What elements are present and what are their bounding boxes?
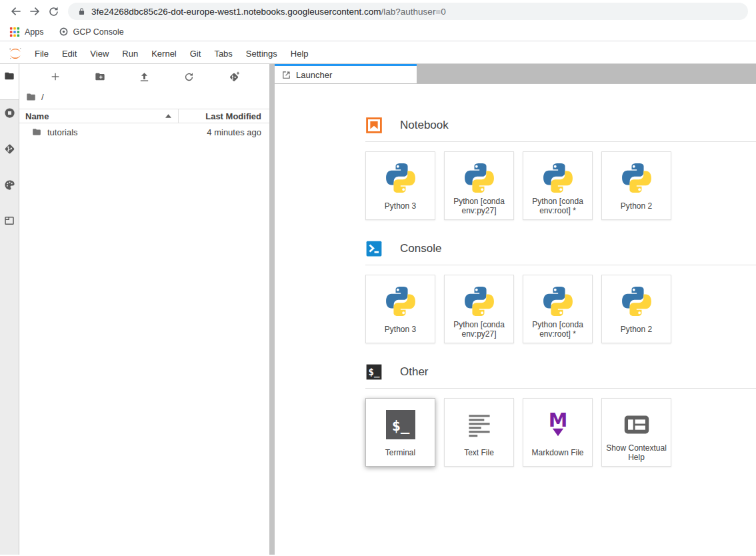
- menu-settings[interactable]: Settings: [239, 43, 284, 64]
- card-label: Show Contextual Help: [602, 443, 671, 466]
- lock-icon: [77, 7, 86, 16]
- palette-icon: [3, 179, 16, 191]
- launcher-card-python-conda-env-py27[interactable]: Python [conda env:py27]: [444, 151, 514, 220]
- toolbar-git-clone-button[interactable]: [225, 68, 243, 85]
- python-icon: [462, 283, 497, 319]
- launcher-card-markdown-file[interactable]: MMarkdown File: [523, 398, 593, 467]
- launcher-card-show-contextual-help[interactable]: Show Contextual Help: [601, 398, 671, 467]
- folder-icon: [31, 127, 42, 137]
- python-icon: [383, 160, 418, 196]
- section-divider: [365, 265, 756, 265]
- address-bar[interactable]: 3fe24268dbc85c26-dot-europe-west1.notebo…: [68, 3, 748, 20]
- breadcrumb-root[interactable]: /: [41, 92, 44, 102]
- svg-text:M: M: [548, 409, 567, 431]
- python-icon: [383, 283, 418, 319]
- toolbar-new-folder-button[interactable]: [91, 68, 109, 85]
- launcher-card-python-2[interactable]: Python 2: [601, 275, 671, 343]
- launcher-section-console: Console: [365, 239, 756, 257]
- git-clone-icon: [227, 71, 240, 83]
- section-title: Other: [400, 365, 429, 379]
- card-label: Python 3: [383, 319, 418, 343]
- menu-tabs[interactable]: Tabs: [207, 43, 239, 64]
- column-header-last-modified[interactable]: Last Modified: [179, 111, 269, 121]
- menu-view[interactable]: View: [83, 43, 115, 64]
- sidebar-tab-running-sessions[interactable]: [0, 100, 19, 136]
- launcher-card-python-2[interactable]: Python 2: [601, 151, 671, 220]
- file-row-name: tutorials: [19, 127, 179, 137]
- python-icon: [462, 160, 497, 196]
- card-label: Terminal: [383, 443, 417, 466]
- file-list-header: Name Last Modified: [19, 109, 269, 123]
- python-icon: [541, 283, 575, 319]
- upload-icon: [139, 71, 150, 83]
- back-arrow-icon: [9, 5, 23, 18]
- back-button[interactable]: [7, 2, 25, 21]
- tab-launcher[interactable]: Launcher: [275, 64, 417, 83]
- breadcrumb[interactable]: /: [19, 89, 269, 104]
- tabs-icon: [3, 215, 15, 227]
- bookmarks-bar: AppsGCP Console: [0, 23, 756, 41]
- jupyterlab-menubar: FileEditViewRunKernelGitTabsSettingsHelp: [0, 43, 756, 64]
- bookmark-label: GCP Console: [73, 27, 124, 37]
- card-label: Python [conda env:root] *: [523, 319, 592, 343]
- menu-edit[interactable]: Edit: [55, 43, 83, 64]
- browser-toolbar: 3fe24268dbc85c26-dot-europe-west1.notebo…: [0, 0, 756, 23]
- launcher-section-other: $_Other: [365, 363, 756, 381]
- sidebar-tab-git[interactable]: [0, 136, 19, 172]
- forward-button[interactable]: [25, 2, 44, 21]
- file-row[interactable]: tutorials4 minutes ago: [19, 123, 269, 141]
- folder-icon: [3, 71, 15, 81]
- launcher-card-python-conda-env-py27[interactable]: Python [conda env:py27]: [444, 275, 514, 343]
- file-browser-panel: / Name Last Modified tutorials4 minutes …: [19, 64, 269, 555]
- card-label: Python [conda env:root] *: [523, 196, 592, 219]
- file-browser-toolbar: [19, 64, 269, 89]
- notebook-icon: [365, 117, 383, 134]
- apps-grid-icon: [9, 27, 20, 37]
- sidebar-tab-open-tabs[interactable]: [0, 208, 19, 244]
- terminal-card-icon: $_: [385, 407, 417, 443]
- file-row-modified: 4 minutes ago: [179, 127, 269, 137]
- gcp-console-icon: [59, 27, 69, 37]
- text-file-icon: [465, 407, 494, 443]
- menu-kernel[interactable]: Kernel: [145, 43, 183, 64]
- launcher-card-python-3[interactable]: Python 3: [365, 275, 435, 343]
- menu-file[interactable]: File: [28, 43, 55, 64]
- launcher-card-text-file[interactable]: Text File: [444, 398, 514, 467]
- card-label: Python [conda env:py27]: [445, 319, 513, 343]
- tab-launcher-label: Launcher: [296, 70, 332, 80]
- sidebar-tab-file-browser[interactable]: [0, 64, 19, 100]
- section-title: Notebook: [400, 119, 449, 132]
- launcher-card-python-conda-env-root[interactable]: Python [conda env:root] *: [523, 151, 593, 220]
- terminal-dark-icon: $_: [365, 363, 383, 381]
- toolbar-upload-button[interactable]: [135, 68, 154, 85]
- launcher-card-python-3[interactable]: Python 3: [365, 151, 435, 220]
- left-activity-bar: [0, 64, 19, 555]
- launcher-section-notebook: Notebook: [365, 116, 756, 134]
- launcher-card-grid: Python 3Python [conda env:py27]Python [c…: [365, 275, 756, 343]
- launcher-card-python-conda-env-root[interactable]: Python [conda env:root] *: [523, 275, 593, 343]
- sidebar-tab-command-palette[interactable]: [0, 172, 19, 208]
- toolbar-refresh-button[interactable]: [180, 68, 199, 85]
- menu-run[interactable]: Run: [115, 43, 145, 64]
- toolbar-new-launcher-button[interactable]: [46, 68, 65, 85]
- plus-icon: [50, 71, 61, 82]
- bookmark-gcp-console[interactable]: GCP Console: [59, 27, 124, 37]
- svg-text:$_: $_: [391, 417, 409, 434]
- forward-arrow-icon: [28, 5, 41, 18]
- column-header-name[interactable]: Name: [19, 109, 179, 123]
- url-text: 3fe24268dbc85c26-dot-europe-west1.notebo…: [91, 7, 446, 17]
- launcher-icon: [281, 70, 291, 80]
- bookmark-apps[interactable]: Apps: [9, 27, 44, 37]
- git-icon: [3, 143, 16, 155]
- dock-tab-bar: Launcher: [275, 64, 756, 84]
- python-icon: [619, 160, 654, 196]
- bookmark-label: Apps: [25, 27, 44, 37]
- launcher-card-grid: $_TerminalText FileMMarkdown FileShow Co…: [365, 398, 756, 467]
- reload-button[interactable]: [44, 2, 63, 21]
- card-label: Python [conda env:py27]: [445, 196, 513, 219]
- menu-git[interactable]: Git: [183, 43, 208, 64]
- panel-splitter[interactable]: [269, 64, 275, 555]
- jupyter-logo-icon: [7, 45, 24, 61]
- menu-help[interactable]: Help: [284, 43, 315, 64]
- launcher-card-terminal[interactable]: $_Terminal: [365, 398, 435, 467]
